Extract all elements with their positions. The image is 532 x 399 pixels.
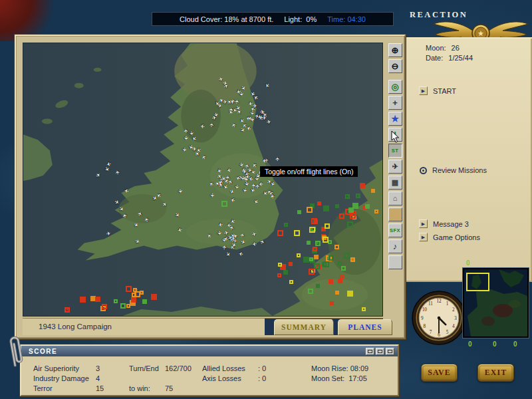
zoom-in-button[interactable]: ⊕ bbox=[388, 43, 402, 57]
aircraft-icon[interactable]: ✈ bbox=[234, 99, 240, 104]
aircraft-icon[interactable]: ✈ bbox=[222, 245, 228, 250]
aircraft-icon[interactable]: ✈ bbox=[251, 240, 257, 246]
aircraft-icon[interactable]: ✈ bbox=[134, 239, 141, 245]
aircraft-icon[interactable]: ✈ bbox=[251, 231, 257, 238]
terrain-button[interactable] bbox=[388, 207, 402, 221]
game-options-button[interactable]: ▶ Game Options bbox=[419, 233, 480, 241]
aircraft-icon[interactable]: ✈ bbox=[264, 82, 271, 88]
play-icon[interactable]: ▶ bbox=[419, 86, 428, 95]
aircraft-icon[interactable]: ✈ bbox=[238, 250, 243, 256]
aircraft-icon[interactable]: ✈ bbox=[162, 201, 168, 207]
aircraft-icon[interactable]: ✈ bbox=[244, 177, 250, 182]
music-button[interactable]: ♪ bbox=[388, 239, 402, 253]
aircraft-icon[interactable]: ✈ bbox=[276, 157, 281, 162]
aircraft-icon[interactable]: ✈ bbox=[229, 225, 235, 231]
aircraft-icon[interactable]: ✈ bbox=[251, 161, 258, 168]
save-button[interactable]: SAVE bbox=[421, 364, 458, 382]
blank-button[interactable] bbox=[388, 255, 402, 269]
aircraft-icon[interactable]: ✈ bbox=[249, 110, 255, 116]
radar-button[interactable]: ★ bbox=[388, 112, 402, 126]
aircraft-icon[interactable]: ✈ bbox=[115, 170, 121, 176]
aircraft-icon[interactable]: ✈ bbox=[270, 194, 277, 200]
aircraft-icon[interactable]: ✈ bbox=[247, 168, 253, 174]
aircraft-icon[interactable]: ✈ bbox=[103, 166, 110, 173]
aircraft-icon[interactable]: ✈ bbox=[216, 167, 223, 174]
air-units-button[interactable]: ✈ bbox=[388, 160, 402, 174]
aircraft-icon[interactable]: ✈ bbox=[233, 185, 239, 190]
aircraft-icon[interactable]: ✈ bbox=[190, 135, 197, 142]
aircraft-icon[interactable]: ✈ bbox=[229, 108, 234, 112]
aircraft-icon[interactable]: ✈ bbox=[251, 183, 257, 188]
center-view-button[interactable]: ◎ bbox=[388, 80, 402, 94]
tab-planes[interactable]: PLANES bbox=[338, 319, 392, 335]
aircraft-icon[interactable]: ✈ bbox=[216, 231, 222, 236]
factories-button[interactable]: ⌂ bbox=[388, 192, 402, 205]
message-button[interactable]: ▶ Message 3 bbox=[419, 219, 469, 228]
aircraft-icon[interactable]: ✈ bbox=[218, 221, 223, 227]
score-header[interactable]: SCORE bbox=[21, 346, 398, 356]
start-button[interactable]: ▶ START bbox=[419, 86, 456, 95]
aircraft-icon[interactable]: ✈ bbox=[122, 213, 128, 219]
play-icon[interactable]: ▶ bbox=[419, 219, 428, 228]
aircraft-icon[interactable]: ✈ bbox=[222, 81, 227, 87]
sfx-button[interactable]: SFX bbox=[388, 223, 402, 237]
aircraft-icon[interactable]: ✈ bbox=[269, 181, 275, 187]
start-label[interactable]: START bbox=[433, 87, 456, 95]
aircraft-icon[interactable]: ✈ bbox=[239, 240, 245, 247]
window-button-3[interactable] bbox=[386, 348, 394, 355]
aircraft-icon[interactable]: ✈ bbox=[201, 154, 207, 160]
aircraft-icon[interactable]: ✈ bbox=[177, 226, 183, 233]
aircraft-icon[interactable]: ✈ bbox=[209, 123, 215, 128]
crosshair-button[interactable]: + bbox=[388, 96, 402, 110]
aircraft-icon[interactable]: ✈ bbox=[241, 188, 247, 194]
game-options-label[interactable]: Game Options bbox=[433, 233, 480, 241]
tab-summary[interactable]: SUMMARY bbox=[274, 319, 334, 335]
aircraft-icon[interactable]: ✈ bbox=[228, 189, 234, 196]
aircraft-icon[interactable]: ✈ bbox=[192, 147, 197, 152]
aircraft-icon[interactable]: ✈ bbox=[174, 212, 180, 219]
aircraft-icon[interactable]: ✈ bbox=[106, 231, 112, 237]
aircraft-icon[interactable]: ✈ bbox=[176, 189, 182, 194]
aircraft-icon[interactable]: ✈ bbox=[225, 251, 231, 258]
aircraft-icon[interactable]: ✈ bbox=[231, 196, 236, 202]
aircraft-icon[interactable]: ✈ bbox=[247, 100, 253, 106]
review-missions-label[interactable]: Review Missions bbox=[432, 166, 487, 174]
aircraft-icon[interactable]: ✈ bbox=[267, 120, 272, 126]
aircraft-icon[interactable]: ✈ bbox=[181, 147, 187, 152]
aircraft-icon[interactable]: ✈ bbox=[246, 124, 252, 131]
message-label[interactable]: Message 3 bbox=[433, 220, 469, 228]
play-icon[interactable]: ▶ bbox=[419, 233, 428, 241]
zoom-out-button[interactable]: ⊖ bbox=[388, 59, 402, 73]
aircraft-icon[interactable]: ✈ bbox=[209, 193, 215, 198]
aircraft-icon[interactable]: ✈ bbox=[212, 116, 217, 122]
aircraft-icon[interactable]: ✈ bbox=[206, 232, 213, 239]
window-button-1[interactable] bbox=[366, 348, 374, 355]
aircraft-icon[interactable]: ✈ bbox=[184, 128, 190, 134]
aircraft-icon[interactable]: ✈ bbox=[259, 239, 266, 245]
review-missions-button[interactable]: Review Missions bbox=[420, 166, 487, 174]
circle-icon[interactable] bbox=[420, 167, 427, 174]
aircraft-icon[interactable]: ✈ bbox=[137, 211, 144, 217]
cities-button[interactable]: ▦ bbox=[388, 176, 402, 190]
aircraft-icon[interactable]: ✈ bbox=[238, 116, 245, 123]
aircraft-icon[interactable]: ✈ bbox=[113, 200, 120, 206]
aircraft-icon[interactable]: ✈ bbox=[124, 188, 129, 194]
strategic-targets-button[interactable]: ST bbox=[388, 144, 402, 158]
aircraft-icon[interactable]: ✈ bbox=[118, 205, 124, 212]
aircraft-icon[interactable]: ✈ bbox=[144, 217, 150, 223]
aircraft-icon[interactable]: ✈ bbox=[200, 123, 205, 129]
aircraft-icon[interactable]: ✈ bbox=[106, 160, 111, 166]
window-button-2[interactable] bbox=[376, 348, 384, 355]
aircraft-icon[interactable]: ✈ bbox=[231, 122, 237, 128]
aircraft-icon[interactable]: ✈ bbox=[226, 166, 232, 173]
aircraft-icon[interactable]: ✈ bbox=[239, 127, 246, 134]
campaign-map[interactable]: ×××××××××××× ✈✈✈✈✈✈✈✈✈✈✈✈✈✈✈✈✈✈✈✈✈✈✈✈✈✈✈… bbox=[23, 43, 383, 317]
aircraft-icon[interactable]: ✈ bbox=[259, 110, 265, 116]
aircraft-icon[interactable]: ✈ bbox=[243, 182, 249, 187]
aircraft-icon[interactable]: ✈ bbox=[261, 158, 267, 164]
flight-lines-button[interactable]: I bbox=[388, 128, 402, 142]
aircraft-icon[interactable]: ✈ bbox=[238, 162, 245, 168]
aircraft-icon[interactable]: ✈ bbox=[95, 172, 102, 178]
aircraft-icon[interactable]: ✈ bbox=[240, 233, 246, 238]
aircraft-icon[interactable]: ✈ bbox=[156, 192, 162, 198]
